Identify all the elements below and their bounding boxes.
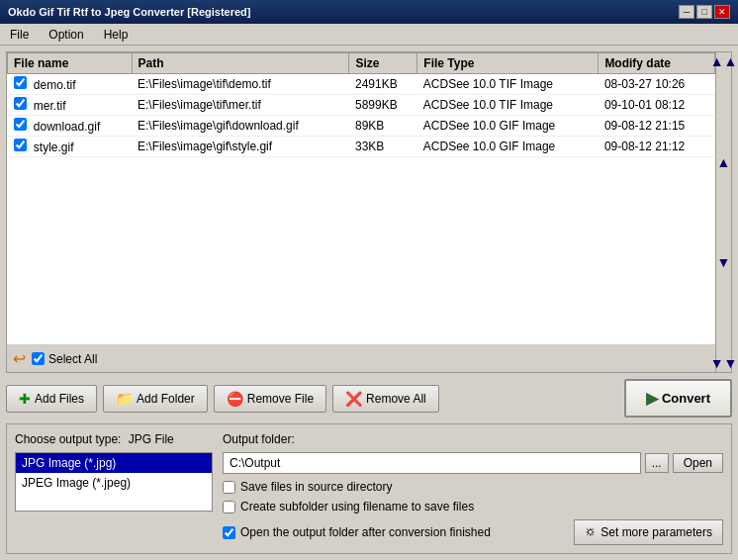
title-bar: Okdo Gif Tif Rtf to Jpeg Converter [Regi…: [0, 0, 738, 24]
file-name-cell: style.gif: [8, 137, 133, 157]
add-icon: ✚: [19, 391, 31, 407]
title-buttons: ─ □ ✕: [679, 5, 730, 19]
file-list-bottom: ↩ Select All: [7, 344, 731, 372]
add-files-button[interactable]: ✚ Add Files: [6, 385, 97, 413]
menu-help[interactable]: Help: [98, 26, 135, 44]
col-size: Size: [349, 53, 417, 74]
table-row[interactable]: download.gif E:\Files\image\gif\download…: [8, 116, 715, 137]
file-type-cell: ACDSee 10.0 TIF Image: [417, 74, 599, 95]
type-list-item[interactable]: JPEG Image (*.jpeg): [16, 473, 212, 493]
main-content: File name Path Size File Type Modify dat…: [0, 46, 738, 560]
file-name-cell: demo.tif: [8, 74, 133, 95]
scroll-down-icon[interactable]: ▼: [717, 255, 731, 269]
menu-bar: File Option Help: [0, 24, 738, 46]
output-section: Choose output type: JPG File JPG Image (…: [6, 423, 732, 554]
minimize-button[interactable]: ─: [679, 5, 694, 19]
remove-all-button[interactable]: ❌ Remove All: [332, 385, 439, 413]
file-size-cell: 5899KB: [349, 95, 417, 116]
file-path-cell: E:\Files\image\tif\demo.tif: [132, 74, 349, 95]
title-text: Okdo Gif Tif Rtf to Jpeg Converter [Regi…: [8, 6, 251, 18]
choose-type-label-row: Choose output type: JPG File: [15, 432, 213, 446]
remove-file-button[interactable]: ⛔ Remove File: [214, 385, 326, 413]
file-list-panel: File name Path Size File Type Modify dat…: [6, 51, 732, 373]
select-all-label[interactable]: Select All: [32, 352, 97, 366]
buttons-row: ✚ Add Files 📁 Add Folder ⛔ Remove File ❌…: [6, 379, 732, 418]
gear-icon: ⛭: [585, 525, 597, 539]
output-left: Choose output type: JPG File JPG Image (…: [15, 432, 213, 545]
file-type-cell: ACDSee 10.0 GIF Image: [417, 137, 599, 157]
checkbox-create-subfolder: Create subfolder using filename to save …: [223, 500, 723, 513]
type-list: JPG Image (*.jpg)JPEG Image (*.jpeg): [15, 452, 213, 512]
scroll-top-icon[interactable]: ▲▲: [710, 54, 738, 68]
menu-file[interactable]: File: [4, 26, 35, 44]
file-size-cell: 2491KB: [349, 74, 417, 95]
scroll-bottom-icon[interactable]: ▼▼: [710, 356, 738, 370]
maximize-button[interactable]: □: [696, 5, 712, 19]
folder-icon: 📁: [116, 391, 133, 407]
file-size-cell: 33KB: [349, 137, 417, 157]
close-button[interactable]: ✕: [714, 5, 730, 19]
col-path: Path: [132, 53, 349, 74]
col-modifydate: Modify date: [599, 53, 715, 74]
browse-button[interactable]: ...: [645, 453, 669, 473]
open-folder-button[interactable]: Open: [673, 453, 723, 473]
file-type-cell: ACDSee 10.0 TIF Image: [417, 95, 599, 116]
file-path-cell: E:\Files\image\gif\download.gif: [132, 116, 349, 137]
save-source-checkbox[interactable]: [223, 481, 235, 494]
remove-icon: ⛔: [227, 391, 243, 407]
col-filetype: File Type: [417, 53, 599, 74]
output-folder-input[interactable]: [223, 452, 641, 474]
output-right: Output folder: ... Open Save files in so…: [223, 432, 723, 545]
file-size-cell: 89KB: [349, 116, 417, 137]
table-row[interactable]: demo.tif E:\Files\image\tif\demo.tif 249…: [8, 74, 715, 95]
file-name-cell: mer.tif: [8, 95, 133, 116]
create-subfolder-checkbox[interactable]: [223, 501, 235, 513]
set-params-button[interactable]: ⛭ Set more parameters: [574, 519, 723, 545]
checkbox-open-output: Open the output folder after conversion …: [223, 525, 491, 539]
file-date-cell: 09-10-01 08:12: [599, 95, 715, 116]
output-folder-label: Output folder:: [223, 432, 723, 446]
file-type-cell: ACDSee 10.0 GIF Image: [417, 116, 599, 137]
file-path-cell: E:\Files\image\gif\style.gif: [132, 137, 349, 157]
add-folder-button[interactable]: 📁 Add Folder: [103, 385, 208, 413]
table-row[interactable]: style.gif E:\Files\image\gif\style.gif 3…: [8, 137, 715, 157]
file-name-cell: download.gif: [8, 116, 133, 137]
row-checkbox[interactable]: [14, 139, 27, 151]
remove-all-icon: ❌: [345, 391, 362, 407]
row-checkbox[interactable]: [14, 118, 27, 131]
convert-icon: ▶: [646, 389, 658, 408]
type-list-item[interactable]: JPG Image (*.jpg): [16, 453, 212, 473]
row-checkbox[interactable]: [14, 97, 27, 110]
select-all-checkbox[interactable]: [32, 352, 45, 365]
file-date-cell: 09-08-12 21:12: [599, 137, 715, 157]
file-path-cell: E:\Files\image\tif\mer.tif: [132, 95, 349, 116]
scroll-up-icon[interactable]: ▲: [717, 155, 731, 169]
back-icon[interactable]: ↩: [13, 349, 26, 368]
open-output-checkbox[interactable]: [223, 526, 235, 539]
file-table: File name Path Size File Type Modify dat…: [7, 52, 715, 157]
convert-button[interactable]: ▶ Convert: [624, 379, 732, 418]
scroll-arrows: ▲▲ ▲ ▼ ▼▼: [715, 52, 731, 372]
folder-row: ... Open: [223, 452, 723, 474]
file-date-cell: 09-08-12 21:15: [599, 116, 715, 137]
col-filename: File name: [8, 53, 133, 74]
table-row[interactable]: mer.tif E:\Files\image\tif\mer.tif 5899K…: [8, 95, 715, 116]
file-date-cell: 08-03-27 10:26: [599, 74, 715, 95]
row-checkbox[interactable]: [14, 76, 27, 89]
checkbox-save-source: Save files in source directory: [223, 480, 723, 494]
menu-option[interactable]: Option: [43, 26, 89, 44]
